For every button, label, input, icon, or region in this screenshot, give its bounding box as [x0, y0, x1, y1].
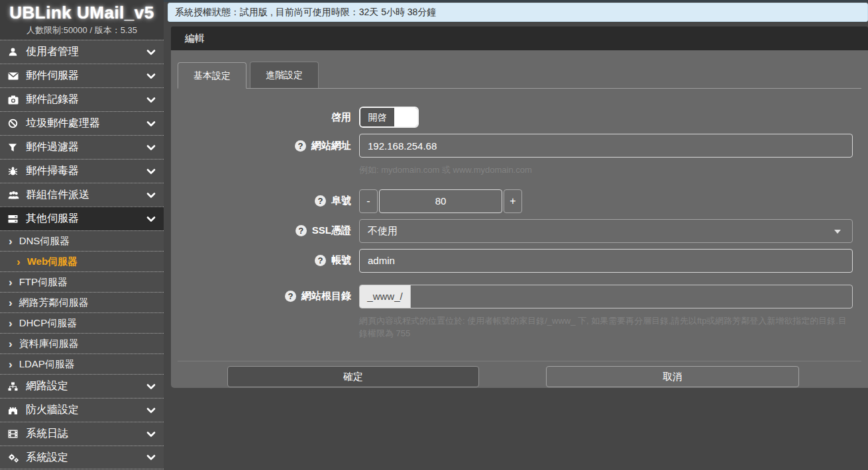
- port-label-wrap: ? 阜號: [178, 195, 351, 207]
- submenu-item-label: 網路芳鄰伺服器: [19, 297, 89, 309]
- ssl-select[interactable]: 不使用: [359, 219, 853, 243]
- webroot-input[interactable]: [411, 285, 852, 308]
- main-area: 系統授權狀態：試用版 , 目前尚可使用時限：32天 5小時 38分鐘 編輯 基本…: [164, 0, 868, 470]
- sidebar-item-label: 其他伺服器: [26, 212, 79, 226]
- sidebar-item-spam-handler[interactable]: 垃圾郵件處理器: [0, 111, 164, 135]
- sidebar-item-system-settings[interactable]: 系統設定: [0, 446, 164, 469]
- sidebar-item-mail-server[interactable]: 郵件伺服器: [0, 64, 164, 87]
- sidebar-subitem-dns-server[interactable]: DNS伺服器: [0, 230, 164, 251]
- button-row: 確定 取消: [178, 366, 853, 387]
- users-icon: [8, 191, 26, 200]
- sidebar-item-user-management[interactable]: 使用者管理: [0, 40, 164, 64]
- basic-settings-form: 啓用 開啓 ? 網站網址 例如: mydomain.com 或: [178, 89, 861, 387]
- site-url-input[interactable]: [359, 134, 853, 158]
- sidebar-item-label: 郵件伺服器: [26, 69, 79, 83]
- help-question-icon[interactable]: ?: [296, 225, 307, 236]
- webroot-label-wrap: ? 網站根目錄: [178, 290, 351, 303]
- sidebar-subitem-dhcp-server[interactable]: DHCP伺服器: [0, 312, 164, 333]
- help-question-icon[interactable]: ?: [295, 140, 306, 152]
- envelope-icon: [8, 71, 26, 81]
- tab-bar: 基本設定 進階設定: [178, 62, 861, 89]
- gears-icon: [8, 453, 26, 463]
- enable-label-wrap: 啓用: [178, 111, 351, 124]
- webroot-input-group: _www_/: [359, 285, 853, 308]
- bug-icon: [8, 166, 26, 176]
- sidebar-item-label: 防火牆設定: [26, 403, 79, 417]
- port-increment-button[interactable]: +: [504, 189, 522, 213]
- port-control: - +: [359, 189, 853, 213]
- submenu-arrow-icon: [9, 236, 13, 247]
- sidebar-subitem-ldap-server[interactable]: LDAP伺服器: [0, 353, 164, 374]
- ssl-row: ? SSL憑證 不使用: [178, 219, 853, 243]
- filter-icon: [8, 143, 26, 152]
- sidebar-item-mail-antivirus[interactable]: 郵件掃毒器: [0, 159, 164, 183]
- submenu-item-label: 資料庫伺服器: [19, 338, 79, 350]
- toggle-knob[interactable]: [394, 108, 417, 126]
- submenu-arrow-icon: [9, 318, 13, 329]
- site-url-label-wrap: ? 網站網址: [178, 140, 351, 152]
- chevron-down-icon: [146, 454, 156, 461]
- user-icon: [8, 47, 26, 57]
- port-input[interactable]: [379, 189, 502, 213]
- ssl-control: 不使用: [359, 219, 853, 243]
- chevron-down-icon: [146, 431, 156, 438]
- chevron-down-icon: [146, 168, 156, 175]
- ban-icon: [8, 118, 26, 128]
- sidebar-item-system-log[interactable]: 系統日誌: [0, 422, 164, 446]
- chevron-down-icon: [146, 144, 156, 151]
- submenu-item-label: Web伺服器: [27, 256, 78, 268]
- servers-icon: [8, 214, 26, 224]
- sidebar-item-group-mail-delivery[interactable]: 群組信件派送: [0, 183, 164, 207]
- webroot-row: ? 網站根目錄 _www_/: [178, 285, 853, 308]
- sidebar-subitem-database-server[interactable]: 資料庫伺服器: [0, 333, 164, 353]
- port-decrement-button[interactable]: -: [359, 189, 378, 213]
- help-question-icon[interactable]: ?: [315, 195, 326, 207]
- webroot-hint: 網頁內容或程式的位置位於: 使用者帳號的家目錄/_www_ 下, 如果需要再分層…: [359, 314, 853, 340]
- cancel-button[interactable]: 取消: [546, 366, 799, 387]
- tab-basic-settings[interactable]: 基本設定: [178, 62, 246, 89]
- tab-advanced-settings[interactable]: 進階設定: [250, 62, 319, 88]
- submenu-arrow-icon: [9, 297, 13, 308]
- top-strip: [164, 0, 868, 2]
- chevron-down-icon: [146, 216, 156, 222]
- webroot-control: _www_/: [359, 285, 853, 308]
- help-question-icon[interactable]: ?: [285, 291, 296, 302]
- chevron-down-icon: [146, 73, 156, 79]
- sidebar-item-label: 群組信件派送: [26, 188, 89, 202]
- chevron-down-icon: [146, 97, 156, 103]
- sidebar-subitem-ftp-server[interactable]: FTP伺服器: [0, 271, 164, 292]
- sidebar-item-label: 使用者管理: [26, 45, 79, 59]
- submenu-arrow-icon: [9, 277, 13, 288]
- account-control: [359, 249, 853, 273]
- chevron-down-icon: [146, 407, 156, 414]
- sidebar-item-mail-recorder[interactable]: 郵件記錄器: [0, 87, 164, 111]
- sidebar-item-label: 郵件記錄器: [26, 93, 79, 107]
- sidebar-item-mail-filter[interactable]: 郵件過濾器: [0, 135, 164, 159]
- sidebar-item-label: 郵件過濾器: [26, 140, 79, 154]
- sidebar-item-label: 垃圾郵件處理器: [26, 117, 100, 130]
- chevron-down-icon: [146, 383, 156, 390]
- submenu-arrow-icon: [9, 338, 13, 350]
- port-label: 阜號: [331, 195, 351, 207]
- toggle-on-label: 開啓: [360, 108, 394, 126]
- enable-control: 開啓: [359, 107, 853, 128]
- enable-toggle[interactable]: 開啓: [359, 107, 419, 128]
- port-row: ? 阜號 - +: [178, 189, 853, 213]
- sidebar-subitem-web-server[interactable]: Web伺服器: [0, 251, 164, 271]
- account-row: ? 帳號: [178, 249, 853, 273]
- account-label: 帳號: [331, 254, 351, 267]
- confirm-button[interactable]: 確定: [227, 366, 479, 387]
- sidebar-item-firewall-settings[interactable]: 防火牆設定: [0, 398, 164, 422]
- sidebar: UBLink UMail_v5 人數限制:50000 / 版本：5.35 使用者…: [0, 0, 164, 470]
- account-label-wrap: ? 帳號: [178, 254, 351, 267]
- sitemap-icon: [8, 382, 26, 391]
- brand-header: UBLink UMail_v5 人數限制:50000 / 版本：5.35: [0, 0, 164, 40]
- account-input[interactable]: [359, 249, 853, 273]
- submenu-item-label: FTP伺服器: [19, 276, 68, 289]
- sidebar-item-other-servers[interactable]: 其他伺服器: [0, 207, 164, 230]
- site-url-row: ? 網站網址: [178, 134, 853, 158]
- sidebar-subitem-network-neighborhood-server[interactable]: 網路芳鄰伺服器: [0, 292, 164, 312]
- license-limit-version: 人數限制:50000 / 版本：5.35: [0, 24, 164, 40]
- sidebar-item-network-settings[interactable]: 網路設定: [0, 374, 164, 398]
- help-question-icon[interactable]: ?: [315, 255, 326, 266]
